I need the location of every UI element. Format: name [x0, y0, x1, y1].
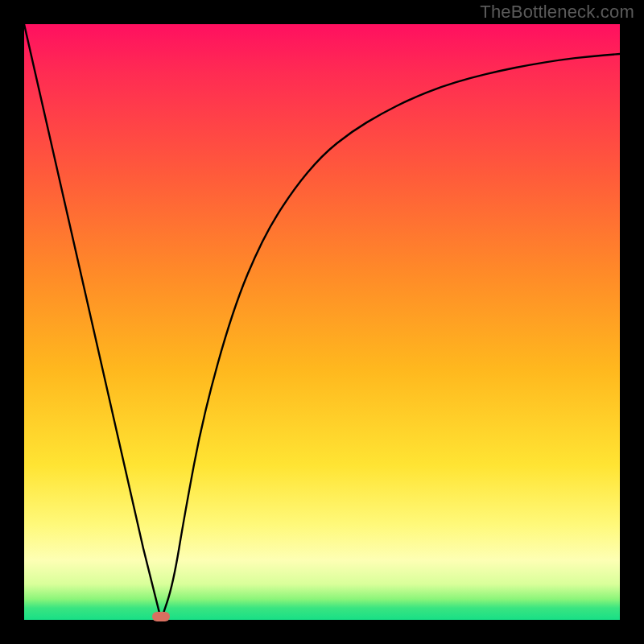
curve-svg	[24, 24, 620, 620]
watermark-text: TheBottleneck.com	[480, 2, 634, 23]
bottleneck-curve-line	[24, 24, 620, 620]
optimal-point-marker	[152, 612, 170, 621]
chart-frame: TheBottleneck.com	[0, 0, 644, 644]
